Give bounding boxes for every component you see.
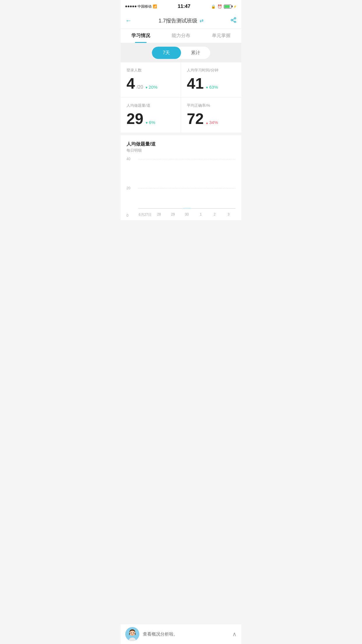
stat-login-sub: /20 [137, 85, 143, 90]
chart-x-label: 6月27日 [138, 212, 152, 217]
toggle-section: 7天 累计 [121, 43, 241, 62]
wifi-icon: 📶 [153, 4, 157, 8]
stat-avg-questions-label: 人均做题量/道 [126, 103, 175, 108]
chart-x-label: 28 [152, 212, 166, 217]
stat-avg-questions-number: 29 [126, 111, 143, 126]
stats-grid: 登录人数 4 /20 20% 人均学习时间/分钟 41 63% 人均做题量/道 … [121, 62, 241, 133]
chart-section: 人均做题量/道 每日明细 40 20 0 6月27日282930123 [121, 135, 241, 220]
arrow-down-icon-2 [205, 85, 209, 90]
chart-bars [138, 159, 236, 209]
chart-x-labels: 6月27日282930123 [138, 212, 236, 217]
chart-x-label: 29 [166, 212, 180, 217]
chart-x-label: 2 [208, 212, 222, 217]
arrow-down-icon-3 [145, 120, 148, 125]
chart-x-label: 1 [194, 212, 208, 217]
stat-avg-study-change: 63% [205, 85, 218, 90]
stat-login-change: 20% [145, 85, 157, 90]
alarm-icon: ⏰ [217, 4, 222, 9]
arrow-down-icon [145, 85, 148, 90]
stat-login-label: 登录人数 [126, 68, 175, 73]
chart-area: 40 20 0 6月27日282930123 [126, 159, 236, 217]
arrow-up-icon [205, 120, 209, 125]
chart-y-label-20: 20 [126, 186, 130, 190]
tab-unit[interactable]: 单元掌握 [201, 29, 241, 43]
status-bar: 中国移动 📶 11:47 🔒 ⏰ ⚡ [121, 0, 241, 13]
lock-icon: 🔒 [211, 4, 216, 9]
stat-avg-questions-change: 6% [145, 120, 155, 125]
chart-y-label-40: 40 [126, 157, 130, 161]
stat-avg-accuracy-change: 34% [205, 120, 218, 125]
svg-point-0 [234, 18, 236, 19]
svg-line-4 [233, 19, 234, 20]
chart-title: 人均做题量/道 [126, 141, 236, 147]
share-button[interactable] [230, 17, 237, 24]
chart-subtitle: 每日明细 [126, 148, 236, 153]
stat-avg-questions: 人均做题量/道 29 6% [121, 98, 181, 133]
toggle-cumulative[interactable]: 累计 [181, 47, 210, 59]
tab-ability[interactable]: 能力分布 [161, 29, 201, 43]
back-button[interactable]: ← [125, 17, 132, 24]
stat-avg-accuracy-number: 72 [187, 111, 204, 126]
header: ← 1.7报告测试班级 ⇄ [121, 13, 241, 29]
battery-icon [224, 5, 231, 8]
stat-avg-accuracy: 平均正确率/% 72 34% [181, 98, 241, 133]
tab-study[interactable]: 学习情况 [121, 29, 161, 43]
status-time: 11:47 [178, 4, 190, 9]
stat-avg-study: 人均学习时间/分钟 41 63% [181, 62, 241, 98]
toggle-wrap: 7天 累计 [152, 47, 210, 59]
chart-bar-item [180, 208, 194, 209]
status-right: 🔒 ⏰ ⚡ [211, 4, 237, 9]
chart-x-label: 30 [180, 212, 194, 217]
chart-y-label-0: 0 [126, 214, 129, 218]
stat-login-number: 4 [126, 76, 135, 91]
chart-bar [183, 208, 191, 209]
stat-avg-study-number: 41 [187, 76, 204, 91]
svg-point-2 [234, 21, 236, 23]
svg-line-3 [233, 20, 234, 22]
chart-x-label: 3 [222, 212, 236, 217]
carrier-label: 中国移动 [138, 4, 152, 9]
signal-dots [125, 6, 136, 7]
page-title: 1.7报告测试班级 ⇄ [159, 17, 203, 24]
svg-point-1 [231, 19, 233, 21]
toggle-7days[interactable]: 7天 [152, 47, 181, 59]
stat-login-count: 登录人数 4 /20 20% [121, 62, 181, 98]
bolt-icon: ⚡ [233, 5, 237, 8]
shuffle-icon[interactable]: ⇄ [200, 18, 203, 23]
status-left: 中国移动 📶 [125, 4, 157, 9]
stat-avg-accuracy-label: 平均正确率/% [187, 103, 236, 108]
stat-avg-study-label: 人均学习时间/分钟 [187, 68, 236, 73]
tab-bar: 学习情况 能力分布 单元掌握 [121, 29, 241, 43]
